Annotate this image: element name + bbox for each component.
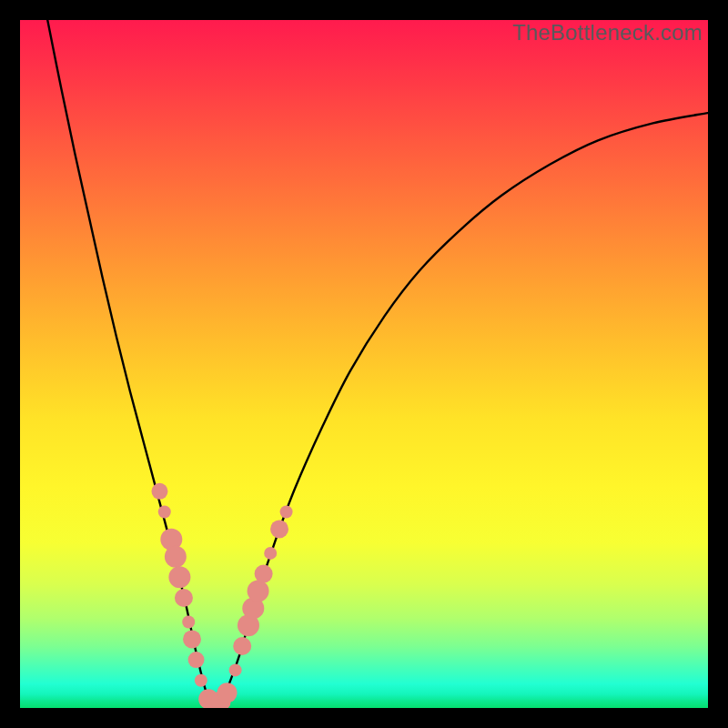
data-marker: [183, 630, 201, 648]
data-marker: [280, 506, 293, 519]
data-marker: [195, 674, 207, 687]
data-marker: [188, 652, 205, 668]
data-marker: [264, 547, 277, 560]
data-marker: [229, 663, 242, 676]
data-marker: [233, 637, 251, 655]
plot-frame: TheBottleneck.com: [20, 20, 708, 708]
data-marker: [255, 565, 273, 583]
data-marker: [270, 520, 288, 538]
bottleneck-curve: [47, 20, 708, 706]
data-marker: [248, 580, 269, 602]
data-marker: [165, 546, 187, 568]
data-marker: [175, 589, 193, 607]
data-marker: [182, 616, 195, 629]
bottleneck-chart: [20, 20, 708, 708]
data-marker: [158, 506, 171, 519]
data-marker: [217, 682, 238, 703]
data-marker: [151, 483, 167, 500]
data-marker: [168, 566, 190, 588]
